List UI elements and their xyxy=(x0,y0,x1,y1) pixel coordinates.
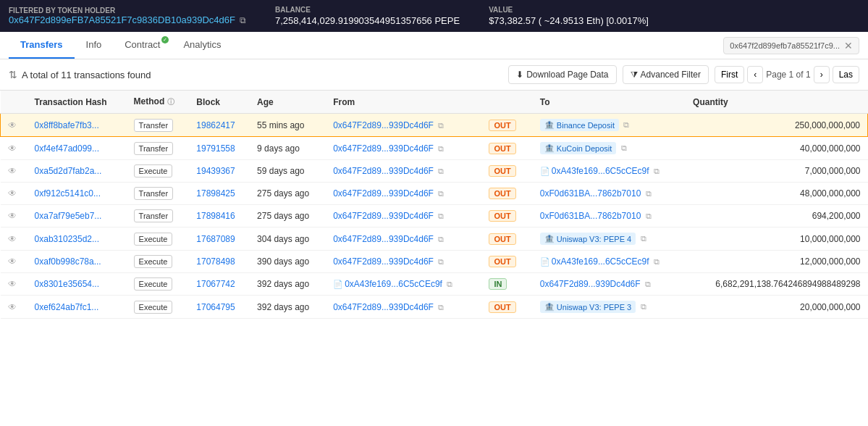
block-link[interactable]: 17078498 xyxy=(196,256,235,267)
tx-hash-link[interactable]: 0xa7af79e5eb7... xyxy=(35,211,102,221)
eye-icon[interactable]: 👁 xyxy=(8,211,17,221)
copy-from-icon[interactable]: ⧉ xyxy=(438,212,444,220)
from-address[interactable]: 0x647F2d89...939Dc4d6F xyxy=(333,166,434,176)
copy-from-icon[interactable]: ⧉ xyxy=(447,280,452,288)
token-holder-address[interactable]: 0x647F2d899eFB7A85521F7c9836DB10a939Dc4d… xyxy=(9,14,246,25)
copy-from-icon[interactable]: ⧉ xyxy=(438,144,444,153)
pagination: First ‹ Page 1 of 1 › Las xyxy=(715,66,859,83)
eye-icon[interactable]: 👁 xyxy=(8,188,17,199)
block-link[interactable]: 17067742 xyxy=(196,279,235,289)
total-transactions: ⇅ A total of 11 transactions found xyxy=(9,69,151,80)
to-address[interactable]: 0xF0d631BA...7862b7010 xyxy=(540,211,641,221)
from-address[interactable]: 0x647F2d89...939Dc4d6F xyxy=(333,256,434,267)
download-button[interactable]: ⬇ Download Page Data xyxy=(508,65,616,84)
copy-from-icon[interactable]: ⧉ xyxy=(438,257,444,266)
block-link[interactable]: 19791558 xyxy=(196,143,235,154)
age-cell: 275 days ago xyxy=(250,183,326,205)
copy-to-icon[interactable]: ⧉ xyxy=(654,167,660,175)
copy-to-icon[interactable]: ⧉ xyxy=(645,280,651,288)
prev-page-button[interactable]: ‹ xyxy=(747,66,763,83)
table-row: 👁0x8301e35654...Execute17067742392 days … xyxy=(1,273,868,296)
tx-hash-link[interactable]: 0xf4ef47ad099... xyxy=(35,143,99,154)
table-row: 👁0xef624ab7fc1...Execute17064795392 days… xyxy=(1,296,868,319)
tx-hash-link[interactable]: 0xab310235d2... xyxy=(35,234,99,244)
named-address[interactable]: 🏦Uniswap V3: PEPE 4 xyxy=(540,233,636,245)
copy-to-icon[interactable]: ⧉ xyxy=(646,189,652,198)
col-quantity: Quantity xyxy=(686,91,867,114)
tx-hash-link[interactable]: 0x8301e35654... xyxy=(35,279,99,289)
transactions-table: Transaction Hash Method ⓘ Block Age From… xyxy=(0,91,868,319)
quantity-cell: 694,200,000 xyxy=(686,205,867,227)
chip-close-icon[interactable]: ✕ xyxy=(844,40,853,51)
block-link[interactable]: 17687089 xyxy=(196,234,235,244)
copy-from-icon[interactable]: ⧉ xyxy=(438,235,444,243)
copy-from-icon[interactable]: ⧉ xyxy=(438,303,444,312)
chip-address: 0x647f2d899efb7a85521f7c9... xyxy=(730,41,840,50)
tab-contract[interactable]: Contract ✓ xyxy=(113,32,172,59)
eye-icon[interactable]: 👁 xyxy=(8,120,17,130)
method-badge: Execute xyxy=(134,277,173,291)
named-address[interactable]: 🏦KuCoin Deposit xyxy=(540,142,616,154)
eye-icon[interactable]: 👁 xyxy=(8,256,17,267)
to-address[interactable]: 0xF0d631BA...7862b7010 xyxy=(540,188,641,199)
first-page-button[interactable]: First xyxy=(715,66,744,83)
toolbar-right: ⬇ Download Page Data ⧩ Advanced Filter F… xyxy=(508,65,859,84)
tx-hash-link[interactable]: 0x8ff8bafe7fb3... xyxy=(35,120,99,130)
method-badge: Execute xyxy=(134,255,173,268)
from-address[interactable]: 0x647F2d89...939Dc4d6F xyxy=(333,188,434,199)
tx-hash-link[interactable]: 0xa5d2d7fab2a... xyxy=(35,166,102,176)
copy-to-icon[interactable]: ⧉ xyxy=(641,302,646,311)
eye-icon[interactable]: 👁 xyxy=(8,234,17,244)
copy-from-icon[interactable]: ⧉ xyxy=(438,121,444,130)
copy-from-icon[interactable]: ⧉ xyxy=(438,167,444,175)
to-address[interactable]: 0xA43fe169...6C5cCEc9f xyxy=(552,166,649,176)
tx-hash-link[interactable]: 0xef624ab7fc1... xyxy=(35,302,99,312)
last-page-button[interactable]: Las xyxy=(833,66,859,83)
copy-to-icon[interactable]: ⧉ xyxy=(621,143,627,152)
col-eye xyxy=(1,91,28,114)
block-link[interactable]: 19439367 xyxy=(196,166,235,176)
advanced-filter-button[interactable]: ⧩ Advanced Filter xyxy=(623,65,709,84)
copy-to-icon[interactable]: ⧉ xyxy=(623,120,629,129)
tx-hash-link[interactable]: 0xaf0b998c78a... xyxy=(35,256,101,267)
named-address[interactable]: 🏦Uniswap V3: PEPE 3 xyxy=(540,301,636,313)
from-address[interactable]: 0x647F2d89...939Dc4d6F xyxy=(333,234,434,244)
tab-transfers[interactable]: Transfers xyxy=(9,32,75,59)
from-address[interactable]: 0x647F2d89...939Dc4d6F xyxy=(333,143,434,154)
to-address[interactable]: 0xA43fe169...6C5cCEc9f xyxy=(552,256,649,267)
next-page-button[interactable]: › xyxy=(814,66,830,83)
copy-to-icon[interactable]: ⧉ xyxy=(641,234,646,243)
named-address[interactable]: 🏦Binance Deposit xyxy=(540,119,619,131)
from-address[interactable]: 0xA43fe169...6C5cCEc9f xyxy=(345,279,442,289)
block-link[interactable]: 19862417 xyxy=(196,120,235,130)
eye-icon[interactable]: 👁 xyxy=(8,279,17,289)
from-address[interactable]: 0x647F2d89...939Dc4d6F xyxy=(333,211,434,221)
tab-analytics[interactable]: Analytics xyxy=(172,32,232,59)
quantity-cell: 250,000,000,000 xyxy=(686,114,867,137)
eye-icon[interactable]: 👁 xyxy=(8,143,17,154)
eye-icon[interactable]: 👁 xyxy=(8,166,17,176)
copy-from-icon[interactable]: ⧉ xyxy=(438,189,444,198)
table-row: 👁0xa5d2d7fab2a...Execute1943936759 days … xyxy=(1,160,868,183)
table-row: 👁0xf912c5141c0...Transfer17898425275 day… xyxy=(1,183,868,205)
from-address[interactable]: 0x647F2d89...939Dc4d6F xyxy=(333,120,434,130)
block-link[interactable]: 17064795 xyxy=(196,302,235,312)
block-link[interactable]: 17898416 xyxy=(196,211,235,221)
tx-hash-link[interactable]: 0xf912c5141c0... xyxy=(35,188,101,199)
col-method: Method ⓘ xyxy=(127,91,190,114)
copy-to-icon[interactable]: ⧉ xyxy=(654,257,660,266)
age-cell: 59 days ago xyxy=(250,160,326,183)
quantity-cell: 40,000,000,000 xyxy=(686,137,867,160)
copy-to-icon[interactable]: ⧉ xyxy=(646,212,652,220)
to-address[interactable]: 0x647F2d89...939Dc4d6F xyxy=(540,279,641,289)
block-link[interactable]: 17898425 xyxy=(196,188,235,199)
from-address[interactable]: 0x647F2d89...939Dc4d6F xyxy=(333,302,434,312)
copy-address-icon[interactable]: ⧉ xyxy=(240,15,246,25)
eye-icon[interactable]: 👁 xyxy=(8,302,17,312)
contract-icon: 📄 xyxy=(540,167,550,175)
table-row: 👁0x8ff8bafe7fb3...Transfer1986241755 min… xyxy=(1,114,868,137)
tab-info[interactable]: Info xyxy=(75,32,114,59)
age-cell: 392 days ago xyxy=(250,296,326,319)
contract-icon: 📄 xyxy=(540,257,550,266)
col-direction xyxy=(479,91,532,114)
